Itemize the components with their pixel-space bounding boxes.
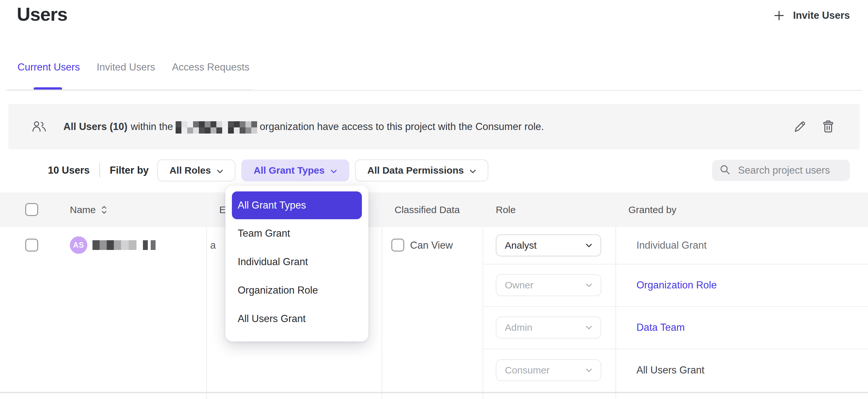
all-users-access-banner: All Users (10) within the organization h…	[8, 104, 860, 149]
role-select-owner[interactable]: Owner	[496, 274, 601, 296]
dropdown-option-individual-grant[interactable]: Individual Grant	[225, 248, 368, 276]
grant-row-divider	[483, 264, 868, 265]
search-input[interactable]: Search project users	[712, 160, 850, 181]
dropdown-option-all-grant-types[interactable]: All Grant Types	[232, 191, 362, 219]
granted-by-all-users-grant: All Users Grant	[637, 364, 704, 376]
invite-users-label: Invite Users	[793, 10, 850, 21]
people-icon	[32, 121, 46, 133]
tab-current-users[interactable]: Current Users	[18, 61, 80, 73]
vertical-divider	[99, 163, 100, 178]
role-select-analyst[interactable]: Analyst	[496, 235, 601, 256]
all-grant-types-filter[interactable]: All Grant Types	[241, 159, 349, 181]
chevron-down-icon	[217, 165, 223, 176]
redacted-user-name	[92, 240, 156, 250]
chevron-down-icon	[586, 326, 592, 330]
chevron-down-icon	[331, 165, 337, 176]
banner-bold-text: All Users (10)	[63, 121, 127, 132]
filter-bar: 10 Users Filter by All Roles All Grant T…	[0, 159, 868, 182]
invite-users-button[interactable]: Invite Users	[774, 10, 850, 21]
select-all-checkbox[interactable]	[25, 203, 38, 216]
user-email: a	[210, 240, 216, 251]
granted-by-individual-grant: Individual Grant	[637, 240, 707, 251]
chevron-down-icon	[586, 283, 592, 287]
table-body: AS a Can View Analyst Owner Admin Co	[0, 227, 868, 399]
avatar: AS	[70, 236, 87, 254]
user-count: 10 Users	[48, 164, 90, 176]
role-select-consumer[interactable]: Consumer	[496, 359, 601, 381]
grant-row-divider	[483, 348, 868, 349]
can-view-label: Can View	[410, 240, 453, 251]
all-data-permissions-filter[interactable]: All Data Permissions	[355, 159, 488, 181]
row-checkbox[interactable]	[25, 239, 38, 251]
column-divider	[382, 227, 382, 399]
role-select-admin[interactable]: Admin	[496, 316, 601, 339]
column-divider	[615, 227, 616, 399]
tab-access-requests[interactable]: Access Requests	[172, 61, 250, 73]
grant-types-dropdown-menu: All Grant Types Team Grant Individual Gr…	[225, 186, 368, 341]
dropdown-option-team-grant[interactable]: Team Grant	[225, 219, 368, 248]
plus-icon	[774, 10, 784, 21]
granted-by-organization-role-link[interactable]: Organization Role	[637, 279, 717, 291]
column-header-classified-data[interactable]: Classified Data	[395, 204, 460, 215]
dropdown-option-organization-role[interactable]: Organization Role	[225, 276, 368, 305]
banner-text-before: within the	[131, 121, 173, 132]
delete-icon[interactable]	[822, 120, 835, 133]
column-divider	[483, 227, 483, 399]
can-view-checkbox[interactable]	[391, 239, 404, 251]
tabs-divider	[6, 90, 862, 91]
edit-icon[interactable]	[793, 120, 807, 133]
banner-actions	[793, 120, 835, 133]
column-header-granted-by[interactable]: Granted by	[628, 204, 676, 215]
tab-invited-users[interactable]: Invited Users	[97, 61, 155, 73]
all-roles-filter[interactable]: All Roles	[157, 159, 236, 181]
redacted-organization-name	[176, 121, 257, 133]
users-page: Users Invite Users Current Users Invited…	[0, 0, 868, 399]
column-header-name[interactable]: Name	[70, 204, 96, 215]
table-header: Name Email Classified Data Role Granted …	[0, 192, 868, 227]
column-header-role[interactable]: Role	[496, 204, 516, 215]
page-title: Users	[17, 3, 67, 25]
banner-text: All Users (10) within the organization h…	[63, 121, 544, 133]
chevron-down-icon	[470, 165, 476, 176]
dropdown-option-all-users-grant[interactable]: All Users Grant	[225, 305, 368, 333]
chevron-down-icon	[586, 243, 592, 248]
sort-icon[interactable]	[101, 204, 107, 215]
filter-by-label: Filter by	[110, 164, 149, 176]
tab-bar: Current Users Invited Users Access Reque…	[18, 61, 249, 73]
granted-by-data-team-link[interactable]: Data Team	[637, 322, 685, 333]
search-icon	[719, 164, 731, 177]
grant-row-divider	[483, 306, 868, 307]
chevron-down-icon	[586, 368, 592, 372]
banner-text-after: organization have access to this project…	[260, 121, 544, 132]
search-placeholder: Search project users	[738, 164, 830, 176]
user-row-divider	[0, 392, 868, 393]
column-divider	[206, 227, 207, 399]
